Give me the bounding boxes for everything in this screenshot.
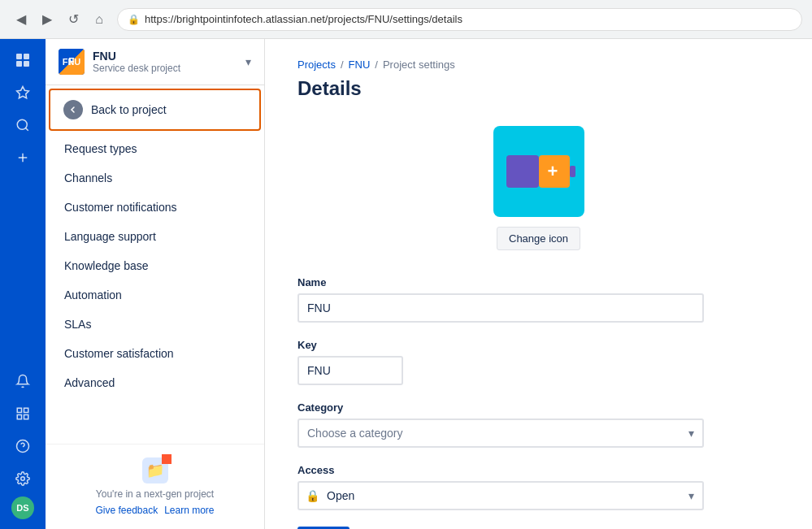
svg-rect-0	[16, 54, 22, 59]
sidebar-item-request-types[interactable]: Request types	[46, 134, 264, 163]
sidebar-footer: 📁 You're in a next-gen project Give feed…	[46, 444, 264, 529]
project-details: FNU Service desk project	[93, 50, 180, 74]
rail-star-icon[interactable]	[8, 78, 37, 107]
home-button[interactable]: ⌂	[88, 8, 111, 31]
back-icon	[63, 100, 83, 119]
footer-links: Give feedback Learn more	[95, 505, 214, 516]
footer-text: You're in a next-gen project	[96, 488, 214, 500]
sidebar-header: FNU F FNU Service desk project ▾	[46, 39, 264, 85]
details-form: Name Key Category Choose a category Busi…	[297, 276, 704, 529]
sidebar-item-language-support[interactable]: Language support	[46, 222, 264, 251]
svg-rect-1	[24, 54, 29, 59]
footer-icon-container: 📁	[142, 457, 168, 483]
svg-line-6	[25, 128, 28, 130]
sidebar: FNU F FNU Service desk project ▾ Ba	[46, 39, 265, 529]
sidebar-item-channels[interactable]: Channels	[46, 163, 264, 193]
back-button[interactable]: ◀	[10, 8, 33, 31]
page-title: Details	[297, 77, 779, 100]
category-field-group: Category Choose a category Business Soft…	[297, 401, 704, 448]
category-label: Category	[297, 401, 704, 414]
breadcrumb-settings: Project settings	[383, 59, 455, 71]
svg-point-15	[21, 477, 25, 481]
rail-add-icon[interactable]	[8, 143, 37, 172]
sidebar-chevron-button[interactable]: ▾	[245, 55, 251, 68]
svg-rect-9	[17, 408, 21, 412]
access-field-group: Access 🔒 Open Private Limited ▾	[297, 464, 704, 510]
url-text: https://brightpointinfotech.atlassian.ne…	[145, 13, 462, 25]
back-to-project-item[interactable]: Back to project	[49, 89, 261, 131]
forward-button[interactable]: ▶	[36, 8, 59, 31]
svg-point-16	[68, 105, 78, 115]
project-type-label: Service desk project	[93, 63, 180, 74]
key-input[interactable]	[297, 356, 403, 385]
breadcrumb-projects[interactable]: Projects	[297, 59, 336, 71]
app-container: DS FNU F FNU Service desk project ▾	[0, 39, 812, 529]
breadcrumb-sep-1: /	[341, 59, 344, 71]
rail-notification-icon[interactable]	[8, 366, 37, 396]
battery-illustration: +	[502, 149, 575, 194]
sidebar-item-slas[interactable]: SLAs	[46, 310, 264, 339]
give-feedback-link[interactable]: Give feedback	[95, 505, 158, 516]
rail-search-icon[interactable]	[8, 111, 37, 140]
breadcrumb-fnu[interactable]: FNU	[349, 59, 371, 71]
svg-rect-3	[24, 61, 29, 67]
name-field-group: Name	[297, 276, 704, 323]
svg-rect-10	[24, 408, 28, 412]
name-input[interactable]	[297, 293, 704, 323]
user-avatar[interactable]: DS	[11, 496, 34, 519]
project-avatar: FNU F	[59, 49, 85, 75]
reload-button[interactable]: ↺	[62, 8, 85, 31]
svg-rect-17	[506, 155, 539, 188]
key-label: Key	[297, 339, 704, 351]
rail-grid-icon[interactable]	[8, 399, 37, 428]
project-avatar-initials: FNU	[63, 57, 81, 67]
main-content: Projects / FNU / Project settings Detail…	[265, 39, 812, 529]
breadcrumb: Projects / FNU / Project settings	[297, 59, 779, 71]
key-field-group: Key	[297, 339, 704, 385]
project-info: FNU F FNU Service desk project	[59, 49, 180, 75]
name-label: Name	[297, 276, 704, 288]
sidebar-item-advanced[interactable]: Advanced	[46, 368, 264, 397]
sidebar-item-customer-notifications[interactable]: Customer notifications	[46, 193, 264, 222]
sidebar-item-knowledge-base[interactable]: Knowledge base	[46, 251, 264, 280]
address-bar[interactable]: 🔒 https://brightpointinfotech.atlassian.…	[117, 8, 802, 31]
browser-chrome: ◀ ▶ ↺ ⌂ 🔒 https://brightpointinfotech.at…	[0, 0, 812, 39]
access-label: Access	[297, 464, 704, 476]
svg-text:+: +	[547, 161, 558, 181]
svg-rect-12	[17, 415, 21, 419]
breadcrumb-sep-2: /	[375, 59, 378, 71]
sidebar-nav: Request types Channels Customer notifica…	[46, 134, 264, 444]
footer-badge	[162, 454, 172, 464]
rail-apps-icon[interactable]	[8, 46, 37, 75]
project-icon-container: + Change icon	[297, 126, 779, 250]
svg-rect-2	[16, 61, 22, 67]
rail-help-icon[interactable]	[8, 431, 37, 461]
access-select-wrapper: 🔒 Open Private Limited ▾	[297, 481, 704, 510]
access-select[interactable]: Open Private Limited	[297, 481, 704, 510]
project-icon-box: +	[493, 126, 584, 217]
browser-nav-buttons: ◀ ▶ ↺ ⌂	[10, 8, 111, 31]
back-label: Back to project	[91, 103, 167, 116]
sidebar-item-customer-satisfaction[interactable]: Customer satisfaction	[46, 339, 264, 368]
project-name-label: FNU	[93, 50, 180, 63]
svg-point-5	[17, 119, 27, 129]
svg-rect-11	[24, 415, 28, 419]
svg-marker-4	[17, 87, 29, 98]
svg-rect-20	[570, 166, 575, 177]
category-select[interactable]: Choose a category Business Software Serv…	[297, 418, 704, 448]
sidebar-item-automation[interactable]: Automation	[46, 280, 264, 310]
learn-more-link[interactable]: Learn more	[164, 505, 214, 516]
change-icon-button[interactable]: Change icon	[497, 227, 580, 250]
lock-icon: 🔒	[128, 14, 140, 25]
left-rail: DS	[0, 39, 46, 529]
category-select-wrapper: Choose a category Business Software Serv…	[297, 418, 704, 448]
rail-settings-icon[interactable]	[8, 464, 37, 493]
